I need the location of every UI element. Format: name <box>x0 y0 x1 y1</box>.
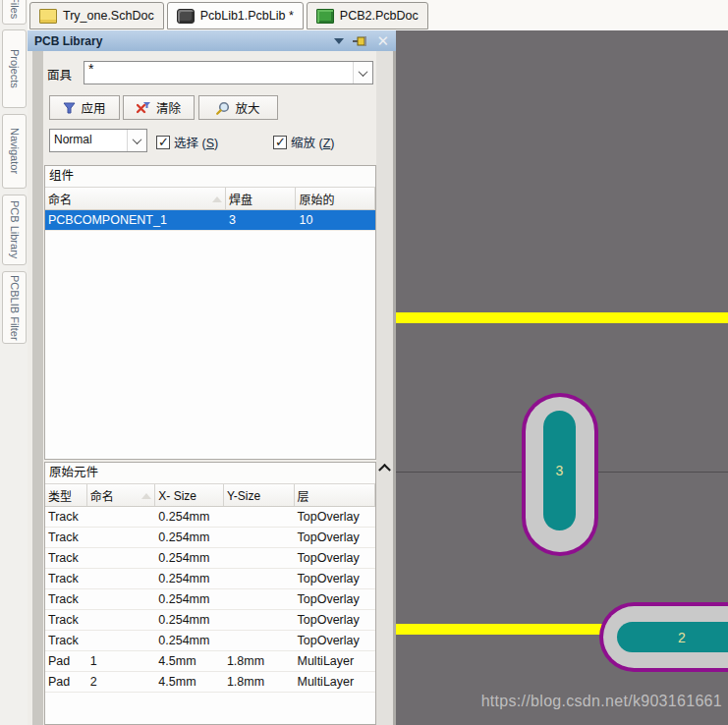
sidebar-tab-navigator[interactable]: Navigator <box>2 114 27 189</box>
pad-3[interactable]: 3 <box>522 393 598 556</box>
table-cell <box>87 569 156 588</box>
primitive-row[interactable]: Pad14.5mm1.8mmMultiLayer <box>45 651 375 672</box>
column-header-label: 层 <box>298 487 309 504</box>
table-cell <box>87 631 156 650</box>
column-header-label: 命名 <box>90 487 114 504</box>
document-tab[interactable]: Try_one.SchDoc <box>29 2 164 29</box>
clear-button-label: 清除 <box>156 98 181 117</box>
mode-select[interactable]: Normal <box>49 129 147 152</box>
primitives-column-header[interactable]: X- Size <box>155 484 224 506</box>
primitive-row[interactable]: Track0.254mmTopOverlay <box>45 507 375 528</box>
close-icon[interactable]: ✕ <box>376 33 389 48</box>
primitives-column-header[interactable]: Y-Size <box>224 484 295 506</box>
magnifier-icon <box>216 101 230 115</box>
sidebar-tab-pcblib-filter[interactable]: PCBLIB Filter <box>2 271 27 344</box>
table-cell: 0.254mm <box>155 507 224 527</box>
pad-slot: 2 <box>617 622 728 652</box>
magnify-button-label: 放大 <box>235 98 259 117</box>
chevron-down-icon <box>359 67 368 77</box>
table-cell: TopOverlay <box>295 589 376 609</box>
mask-combo-dropdown[interactable] <box>353 62 372 84</box>
zoom-checkbox[interactable]: 缩放 (Z) <box>273 133 334 151</box>
scroll-up-icon[interactable] <box>377 460 391 474</box>
mask-value: * <box>84 62 353 84</box>
primitive-row[interactable]: Track0.254mmTopOverlay <box>45 589 375 610</box>
component-row[interactable]: PCBCOMPONENT_1310 <box>45 210 375 231</box>
pin-icon[interactable] <box>353 35 367 47</box>
table-cell: Track <box>45 507 87 527</box>
table-cell <box>224 569 295 588</box>
table-cell: TopOverlay <box>295 548 376 568</box>
table-cell: PCBCOMPONENT_1 <box>45 210 226 230</box>
table-cell: 0.254mm <box>155 569 224 588</box>
clear-button[interactable]: 清除 <box>123 95 195 120</box>
primitive-row[interactable]: Track0.254mmTopOverlay <box>45 569 375 589</box>
table-cell: 0.254mm <box>155 589 224 609</box>
clear-filter-icon <box>137 101 151 114</box>
silkscreen-track[interactable] <box>396 312 728 323</box>
table-cell: 1 <box>87 651 156 671</box>
components-column-header[interactable]: 原始的 <box>296 188 375 209</box>
sidebar-tab-pcb-library[interactable]: PCB Library <box>2 195 27 265</box>
side-tab-strip: FilesProjectsNavigatorPCB LibraryPCBLIB … <box>0 0 28 725</box>
chevron-down-icon <box>133 135 142 144</box>
panel-scroll-gutter[interactable] <box>376 51 396 725</box>
magnify-button[interactable]: 放大 <box>198 95 278 120</box>
apply-button[interactable]: 应用 <box>49 95 120 120</box>
select-checkbox[interactable]: 选择 (S) <box>156 133 218 151</box>
silkscreen-track[interactable] <box>396 624 609 635</box>
components-header-row: 命名焊盘原始的 <box>45 188 375 210</box>
checkbox-checked-icon <box>156 136 170 149</box>
document-tab[interactable]: PcbLib1.PcbLib * <box>167 2 304 29</box>
column-header-label: 类型 <box>48 487 72 504</box>
primitive-row[interactable]: Pad24.5mm1.8mmMultiLayer <box>45 672 375 693</box>
table-cell: Track <box>45 610 87 630</box>
zoom-checkbox-label: 缩放 (Z) <box>291 133 334 151</box>
table-cell <box>224 548 295 568</box>
panel-title: PCB Library <box>34 34 325 48</box>
primitive-row[interactable]: Track0.254mmTopOverlay <box>45 631 375 651</box>
components-list: 组件 命名焊盘原始的 PCBCOMPONENT_1310 <box>44 165 376 460</box>
column-header-label: Y-Size <box>227 489 260 503</box>
primitives-column-header[interactable]: 命名 <box>87 484 156 506</box>
primitives-column-header[interactable]: 类型 <box>45 484 87 506</box>
table-cell: 4.5mm <box>155 672 224 692</box>
table-cell: TopOverlay <box>295 507 376 527</box>
primitive-row[interactable]: Track0.254mmTopOverlay <box>45 528 375 548</box>
primitives-list: 原始元件 类型命名X- SizeY-Size层 Track0.254mmTopO… <box>44 462 376 725</box>
document-tab-label: PCB2.PcbDoc <box>340 9 419 23</box>
table-cell: TopOverlay <box>295 569 376 588</box>
pcb-doc-icon <box>316 9 334 24</box>
table-cell <box>224 507 295 527</box>
pcblib-doc-icon <box>177 9 195 24</box>
select-checkbox-label: 选择 (S) <box>174 133 218 151</box>
apply-button-label: 应用 <box>81 98 105 117</box>
components-column-header[interactable]: 焊盘 <box>226 188 297 209</box>
table-cell <box>224 528 295 547</box>
pad-slot: 3 <box>543 411 576 530</box>
checkbox-checked-icon <box>273 136 287 149</box>
table-cell: MultiLayer <box>295 651 376 671</box>
panel-splitter[interactable] <box>32 51 43 725</box>
primitive-row[interactable]: Track0.254mmTopOverlay <box>45 610 375 631</box>
sidebar-tab-projects[interactable]: Projects <box>2 29 27 108</box>
primitive-row[interactable]: Track0.254mmTopOverlay <box>45 548 375 569</box>
primitives-column-header[interactable]: 层 <box>295 484 376 506</box>
pcb-editor-canvas[interactable]: 3 2 https://blog.csdn.net/k903161661 <box>396 30 728 725</box>
table-cell: TopOverlay <box>295 610 376 630</box>
sidebar-tab-files[interactable]: Files <box>2 0 27 25</box>
mask-combo[interactable]: * <box>84 61 373 84</box>
table-cell: 0.254mm <box>155 631 224 650</box>
document-tab[interactable]: PCB2.PcbDoc <box>307 2 428 29</box>
panel-menu-icon[interactable] <box>334 38 344 44</box>
mode-select-dropdown[interactable] <box>127 130 146 151</box>
document-tabbar: Try_one.SchDocPcbLib1.PcbLib *PCB2.PcbDo… <box>28 0 728 30</box>
components-column-header[interactable]: 命名 <box>45 188 226 209</box>
pad-2[interactable]: 2 <box>599 602 728 672</box>
table-cell: 0.254mm <box>155 548 224 568</box>
table-cell: Track <box>45 631 87 650</box>
panel-header: PCB Library ✕ <box>28 30 396 51</box>
table-cell: 10 <box>296 210 375 230</box>
components-section-title: 组件 <box>45 166 375 188</box>
table-cell: 4.5mm <box>155 651 224 671</box>
